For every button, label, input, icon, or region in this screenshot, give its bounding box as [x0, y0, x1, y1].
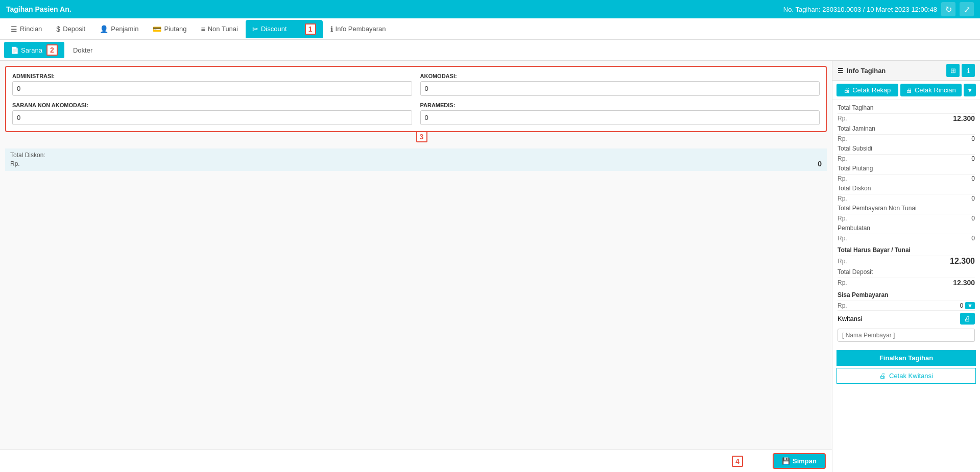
total-jaminan-rp-row: Rp. 0 [838, 135, 975, 143]
nav-tabs: ☰ Rincian $ Deposit 👤 Penjamin 💳 Piutang… [0, 18, 980, 40]
cetak-rincian-button[interactable]: 🖨 Cetak Rincian [900, 84, 962, 96]
info-section: Total Tagihan Rp. 12.300 Total Jaminan R… [832, 100, 980, 346]
tab-piutang[interactable]: 💳 Piutang [146, 21, 193, 37]
tab-discount[interactable]: ✂ Discount 1 [246, 20, 323, 38]
invoice-info: No. Tagihan: 230310.0003 / 10 Maret 2023… [783, 6, 937, 13]
content-area: ADMINISTRASI: AKOMODASI: SARANA NON AKOM… [0, 61, 832, 472]
sisa-dropdown-button[interactable]: ▼ [965, 302, 975, 309]
header-right: No. Tagihan: 230310.0003 / 10 Maret 2023… [783, 2, 974, 16]
total-non-tunai-value: 0 [971, 215, 975, 222]
total-jaminan-label: Total Jaminan [838, 125, 875, 132]
simpan-button[interactable]: 💾 Simpan [773, 453, 826, 469]
total-deposit-value: 12.300 [953, 279, 975, 287]
sidebar: ☰ Info Tagihan ⊞ ℹ 🖨 Cetak Rekap 🖨 Cetak… [832, 61, 980, 472]
tab-info-pembayaran[interactable]: ℹ Info Pembayaran [324, 21, 393, 37]
calc-button[interactable]: ⊞ [946, 64, 960, 77]
total-harus-bayar-label: Total Harus Bayar / Tunai [838, 244, 911, 254]
tab-rincian-label: Rincian [20, 25, 42, 33]
cetak-rekap-button[interactable]: 🖨 Cetak Rekap [836, 84, 898, 96]
subtab-sarana[interactable]: 📄 Sarana 2 [4, 42, 64, 58]
total-diskon-label: Total Diskon: [10, 152, 822, 159]
paramedis-input[interactable] [420, 110, 820, 125]
total-non-tunai-rp-row: Rp. 0 [838, 214, 975, 222]
total-jaminan-value: 0 [971, 135, 975, 142]
sidebar-header-buttons: ⊞ ℹ [946, 64, 975, 77]
penjamin-icon: 👤 [100, 25, 108, 33]
form-row-2: SARANA NON AKOMODASI: PARAMEDIS: [12, 102, 820, 125]
marker-2: 2 [46, 44, 58, 56]
info-button[interactable]: ℹ [962, 64, 975, 77]
tab-discount-label: Discount [261, 25, 287, 33]
subtab-dokter[interactable]: Dokter [66, 44, 99, 57]
app-title: Tagihan Pasien An. [6, 5, 71, 13]
total-harus-bayar-rp: Rp. [838, 258, 847, 265]
sisa-pembayaran-rp-row: Rp. 0 ▼ [838, 301, 975, 310]
discount-icon: ✂ [252, 25, 258, 33]
pembulatan-rp: Rp. [838, 235, 847, 242]
sidebar-total-diskon-row: Total Diskon [838, 183, 975, 194]
finalkan-button[interactable]: Finalkan Tagihan [836, 350, 976, 366]
cetak-rekap-label: Cetak Rekap [852, 86, 891, 94]
sisa-pembayaran-rp: Rp. [838, 302, 847, 309]
kwitansi-print-button[interactable]: 🖨 [960, 313, 975, 325]
pembulatan-label: Pembulatan [838, 225, 870, 232]
total-harus-bayar-row: Total Harus Bayar / Tunai [838, 242, 975, 256]
subtab-dokter-label: Dokter [73, 46, 92, 54]
app-header: Tagihan Pasien An. No. Tagihan: 230310.0… [0, 0, 980, 18]
total-non-tunai-label: Total Pembayaran Non Tunai [838, 205, 917, 212]
cetak-kwitansi-icon: 🖨 [879, 372, 886, 380]
sidebar-total-diskon-rp-row: Rp. 0 [838, 194, 975, 203]
deposit-icon: $ [56, 25, 60, 33]
total-diskon-rp: Rp. [10, 160, 20, 167]
subtab-sarana-label: Sarana [21, 46, 42, 54]
total-jaminan-row: Total Jaminan [838, 123, 975, 135]
pembulatan-rp-row: Rp. 0 [838, 234, 975, 242]
refresh-button[interactable]: ↻ [941, 2, 955, 16]
form-group-administrasi: ADMINISTRASI: [12, 73, 412, 96]
tab-non-tunai-label: Non Tunai [208, 25, 238, 33]
cetak-kwitansi-button[interactable]: 🖨 Cetak Kwitansi [836, 368, 976, 384]
form-group-sarana-non: SARANA NON AKOMODASI: [12, 102, 412, 125]
total-subsidi-row: Total Subsidi [838, 143, 975, 155]
cetak-dropdown-button[interactable]: ▼ [964, 84, 976, 96]
pembulatan-row: Pembulatan [838, 222, 975, 234]
sarana-non-input[interactable] [12, 110, 412, 125]
nama-pembayar-input[interactable] [838, 329, 975, 342]
total-tagihan-value: 12.300 [953, 114, 975, 122]
marker-3-area: 3 [5, 136, 827, 146]
simpan-icon: 💾 [782, 457, 790, 465]
total-subsidi-label: Total Subsidi [838, 145, 872, 152]
rincian-icon: ☰ [11, 25, 17, 33]
total-piutang-rp-row: Rp. 0 [838, 175, 975, 183]
tab-non-tunai[interactable]: ≡ Non Tunai [195, 21, 245, 37]
marker-1: 1 [305, 23, 316, 35]
tab-penjamin[interactable]: 👤 Penjamin [93, 21, 145, 37]
finalkan-label: Finalkan Tagihan [879, 354, 933, 362]
total-subsidi-rp: Rp. [838, 155, 847, 162]
total-piutang-value: 0 [971, 175, 975, 182]
print-rekap-icon: 🖨 [844, 86, 850, 94]
form-group-akomodasi: AKOMODASI: [420, 73, 820, 96]
akomodasi-label: AKOMODASI: [420, 73, 820, 79]
cetak-kwitansi-label: Cetak Kwitansi [889, 372, 933, 380]
marker-4: 4 [732, 456, 743, 467]
total-harus-bayar-rp-row: Rp. 12.300 [838, 256, 975, 266]
administrasi-label: ADMINISTRASI: [12, 73, 412, 79]
paramedis-label: PARAMEDIS: [420, 102, 820, 108]
sidebar-total-diskon-rp: Rp. [838, 195, 847, 202]
tab-rincian[interactable]: ☰ Rincian [4, 21, 49, 37]
subtab-sarana-icon: 📄 [11, 46, 19, 54]
sidebar-header: ☰ Info Tagihan ⊞ ℹ [832, 61, 980, 81]
tab-deposit-label: Deposit [63, 25, 85, 33]
tab-deposit[interactable]: $ Deposit [50, 21, 92, 37]
akomodasi-input[interactable] [420, 81, 820, 96]
administrasi-input[interactable] [12, 81, 412, 96]
sidebar-total-diskon-value: 0 [971, 195, 975, 202]
total-non-tunai-rp: Rp. [838, 215, 847, 222]
sub-tabs: 📄 Sarana 2 Dokter [0, 40, 980, 61]
total-deposit-row: Total Deposit [838, 266, 975, 278]
tab-piutang-label: Piutang [164, 25, 186, 33]
tab-info-pembayaran-label: Info Pembayaran [336, 25, 386, 33]
expand-button[interactable]: ⤢ [960, 2, 974, 16]
piutang-icon: 💳 [153, 25, 161, 33]
